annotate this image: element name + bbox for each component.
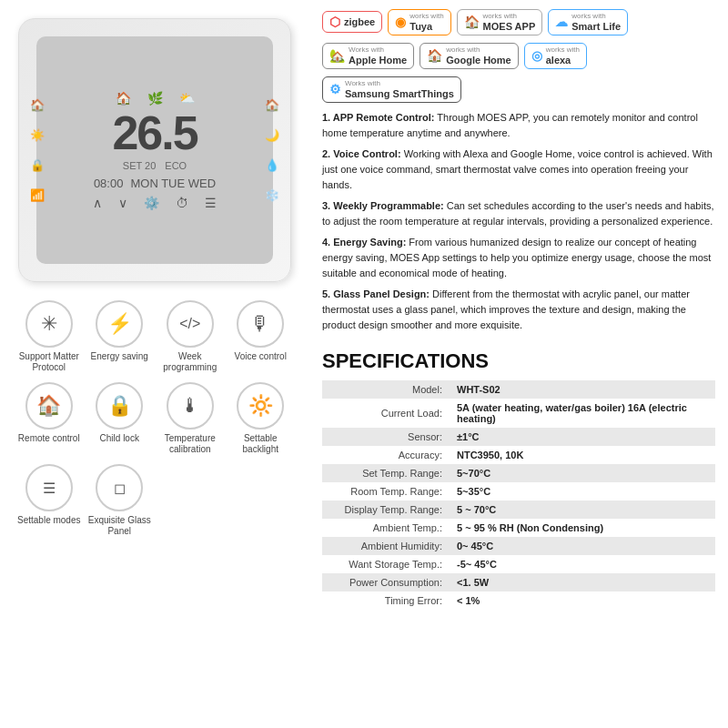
description-section: 1. APP Remote Control: Through MOES APP,… bbox=[322, 110, 715, 339]
zigbee-icon: ⬡ bbox=[329, 15, 340, 29]
energy-icon: ⚡ bbox=[96, 300, 143, 348]
backlight-icon: 🔆 bbox=[237, 382, 284, 430]
feature-voice: 🎙 Voice control bbox=[228, 300, 294, 373]
smartlife-icon: ☁ bbox=[555, 15, 568, 29]
badge-apple: 🏡 Works with Apple Home bbox=[322, 43, 414, 69]
spec-row: Set Temp. Range:5~70°C bbox=[322, 464, 715, 482]
smartlife-label: Smart Life bbox=[571, 21, 621, 32]
badge-tuya: ◉ works with Tuya bbox=[388, 9, 450, 35]
spec-row: Ambient Humidity:0~ 45°C bbox=[322, 537, 715, 555]
spec-row: Want Storage Temp.:-5~ 45°C bbox=[322, 555, 715, 573]
apple-icon: 🏡 bbox=[329, 48, 345, 63]
smartlife-sublabel: works with bbox=[571, 13, 621, 21]
feature-backlight: 🔆 Settable backlight bbox=[228, 382, 294, 455]
thermo-right-icons: 🏠 🌙 💧 ❄️ bbox=[265, 98, 279, 202]
spec-row: Room Temp. Range:5~35°C bbox=[322, 482, 715, 500]
right-panel: ⬡ zigbee ◉ works with Tuya 🏠 works with … bbox=[309, 0, 728, 728]
badge-moes: 🏠 works with MOES APP bbox=[457, 9, 543, 35]
zigbee-label: zigbee bbox=[344, 16, 375, 27]
badges-row1: ⬡ zigbee ◉ works with Tuya 🏠 works with … bbox=[322, 9, 715, 35]
feature-modes: ☰ Settable modes bbox=[16, 464, 82, 537]
spec-value: 0~ 45°C bbox=[450, 537, 715, 555]
spec-row: Current Load:5A (water heating, water/ga… bbox=[322, 399, 715, 428]
childlock-icon: 🔒 bbox=[96, 382, 143, 430]
spec-row: Power Consumption:<1. 5W bbox=[322, 573, 715, 592]
google-icon: 🏠 bbox=[427, 48, 442, 63]
main-temperature: 26.5 bbox=[112, 109, 197, 157]
badge-samsung: ⚙ Works with Samsung SmartThings bbox=[322, 76, 461, 103]
google-label: Google Home bbox=[446, 55, 511, 66]
spec-label: Room Temp. Range: bbox=[322, 482, 450, 500]
spec-label: Want Storage Temp.: bbox=[322, 555, 450, 573]
thermo-left-icons: 🏠 ☀️ 🔒 📶 bbox=[30, 98, 45, 202]
feature-energy: ⚡ Energy saving bbox=[87, 300, 153, 373]
spec-row: Model:WHT-S02 bbox=[322, 380, 715, 399]
thermo-sub-info: SET 20ECO bbox=[123, 160, 187, 171]
features-grid-row3: ☰ Settable modes ◻ Exquisite Glass Panel bbox=[9, 464, 300, 537]
week-label: Week programming bbox=[157, 351, 223, 373]
glass-label: Exquisite Glass Panel bbox=[87, 515, 153, 537]
spec-value: ±1°C bbox=[450, 428, 715, 446]
thermo-top-icons: 🏠 🌿 ⛅ bbox=[116, 91, 195, 106]
spec-value: NTC3950, 10K bbox=[450, 446, 715, 464]
backlight-label: Settable backlight bbox=[228, 433, 294, 455]
feature-tempcal: 🌡 Temperature calibration bbox=[157, 382, 223, 455]
spec-label: Power Consumption: bbox=[322, 573, 450, 592]
spec-value: WHT-S02 bbox=[450, 380, 715, 399]
modes-label: Settable modes bbox=[17, 515, 81, 526]
desc-3: 3. Weekly Programmable: Can set schedule… bbox=[322, 198, 715, 229]
energy-label: Energy saving bbox=[91, 351, 148, 362]
feature-childlock: 🔒 Child lock bbox=[87, 382, 153, 455]
matter-icon: ✳ bbox=[25, 300, 73, 348]
desc-5: 5. Glass Panel Design: Different from th… bbox=[322, 287, 715, 333]
badge-alexa: ◎ works with alexa bbox=[524, 43, 587, 69]
glass-icon: ◻ bbox=[96, 464, 143, 511]
tempcal-icon: 🌡 bbox=[167, 382, 214, 430]
spec-value: < 1% bbox=[450, 592, 715, 610]
spec-value: 5 ~ 95 % RH (Non Condensing) bbox=[450, 519, 715, 537]
samsung-sublabel: Works with bbox=[345, 80, 454, 88]
alexa-sublabel: works with bbox=[546, 46, 580, 55]
badge-zigbee: ⬡ zigbee bbox=[322, 11, 382, 33]
feature-glass: ◻ Exquisite Glass Panel bbox=[87, 464, 153, 537]
alexa-label: alexa bbox=[546, 55, 580, 66]
moes-icon: 🏠 bbox=[464, 15, 480, 29]
spec-label: Set Temp. Range: bbox=[322, 464, 450, 482]
spec-value: 5 ~ 70°C bbox=[450, 500, 715, 519]
spec-row: Timing Error:< 1% bbox=[322, 592, 715, 610]
thermostat-screen: 🏠 🌿 ⛅ 26.5 SET 20ECO 08:00MON TUE WED ∧∨… bbox=[36, 36, 273, 264]
spec-label: Sensor: bbox=[322, 428, 450, 446]
thermo-time: 08:00MON TUE WED bbox=[94, 177, 216, 190]
spec-row: Display Temp. Range:5 ~ 70°C bbox=[322, 500, 715, 519]
tempcal-label: Temperature calibration bbox=[157, 433, 223, 455]
specs-title: SPECIFICATIONS bbox=[322, 349, 715, 373]
moes-label: MOES APP bbox=[483, 21, 536, 32]
desc-1: 1. APP Remote Control: Through MOES APP,… bbox=[322, 110, 715, 141]
childlock-label: Child lock bbox=[100, 433, 139, 444]
apple-label: Apple Home bbox=[349, 55, 407, 66]
apple-sublabel: Works with bbox=[349, 46, 407, 55]
specs-table: Model:WHT-S02Current Load:5A (water heat… bbox=[322, 380, 715, 610]
spec-label: Display Temp. Range: bbox=[322, 500, 450, 519]
desc-2: 2. Voice Control: Working with Alexa and… bbox=[322, 147, 715, 193]
voice-icon: 🎙 bbox=[237, 300, 284, 348]
tuya-label: Tuya bbox=[410, 21, 443, 32]
spec-label: Ambient Humidity: bbox=[322, 537, 450, 555]
spec-row: Accuracy:NTC3950, 10K bbox=[322, 446, 715, 464]
samsung-label: Samsung SmartThings bbox=[345, 88, 454, 99]
spec-label: Model: bbox=[322, 380, 450, 399]
left-panel: 🏠 ☀️ 🔒 📶 🏠 🌿 ⛅ 26.5 SET 20ECO 08:00MON T… bbox=[0, 0, 309, 728]
thermostat-image: 🏠 ☀️ 🔒 📶 🏠 🌿 ⛅ 26.5 SET 20ECO 08:00MON T… bbox=[18, 18, 291, 282]
spec-value: 5~35°C bbox=[450, 482, 715, 500]
feature-matter: ✳ Support Matter Protocol bbox=[16, 300, 82, 373]
remote-label: Remote control bbox=[18, 433, 80, 444]
spec-label: Accuracy: bbox=[322, 446, 450, 464]
alexa-icon: ◎ bbox=[531, 48, 542, 63]
thermo-bottom-icons: ∧∨⚙️⏱☰ bbox=[93, 196, 217, 210]
spec-value: -5~ 45°C bbox=[450, 555, 715, 573]
moes-sublabel: works with bbox=[483, 13, 536, 21]
spec-row: Sensor:±1°C bbox=[322, 428, 715, 446]
badge-google: 🏠 works with Google Home bbox=[420, 43, 519, 69]
spec-label: Timing Error: bbox=[322, 592, 450, 610]
matter-label: Support Matter Protocol bbox=[16, 351, 82, 373]
